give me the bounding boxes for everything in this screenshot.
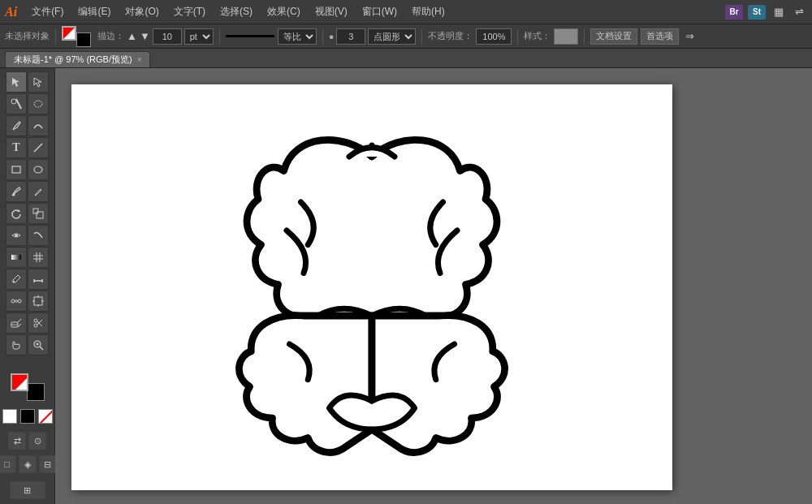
svg-line-3 [34, 144, 42, 152]
brain-illustration [226, 117, 518, 458]
swap-colors-icon[interactable]: ⇄ [8, 432, 26, 450]
separator-3 [322, 28, 323, 45]
stroke-options: 描边： ▲ ▼ pt [97, 28, 214, 45]
fill-color-swatch[interactable] [11, 373, 28, 391]
tab-close-button[interactable]: × [137, 55, 142, 64]
app-logo: Ai [5, 5, 17, 19]
eyedropper-tool[interactable] [6, 269, 27, 290]
warp-tool[interactable] [28, 225, 49, 246]
rect-tool[interactable] [6, 159, 27, 180]
style-swatch[interactable] [554, 28, 578, 45]
tab-bar: 未标题-1* @ 97% (RGB/预览) × [0, 49, 812, 68]
mesh-tool[interactable] [28, 247, 49, 268]
line-preview [226, 35, 274, 37]
canvas-area [55, 68, 812, 504]
hand-tool[interactable] [6, 334, 27, 355]
bridge-icon[interactable]: Br [725, 5, 743, 19]
white-swatch[interactable] [2, 409, 17, 424]
gradient-tool[interactable] [6, 247, 27, 268]
line-tool[interactable] [28, 137, 49, 158]
width-tool[interactable] [6, 225, 27, 246]
toolbox-bottom-icons: ⇄ ⊙ [8, 432, 46, 450]
svg-point-31 [34, 319, 37, 322]
stroke-color-swatch[interactable] [27, 383, 45, 401]
pen-tool[interactable] [6, 115, 27, 136]
menu-edit[interactable]: 编辑(E) [71, 3, 117, 20]
tool-row-3 [6, 115, 49, 136]
scissors-tool[interactable] [28, 312, 49, 334]
line-style: 等比 [226, 28, 317, 45]
menu-select[interactable]: 选择(S) [214, 3, 259, 20]
separator-1 [55, 28, 56, 45]
dot-count-input[interactable] [336, 28, 365, 45]
ratio-select[interactable]: 等比 [278, 28, 317, 45]
tool-row-2 [6, 93, 49, 114]
toolbar-arrow-icon[interactable]: ⇒ [685, 30, 694, 42]
blend-tool[interactable] [6, 291, 27, 312]
reset-colors-icon[interactable]: ⊙ [28, 432, 46, 450]
menu-object[interactable]: 对象(O) [119, 3, 165, 20]
black-swatch[interactable] [20, 409, 35, 424]
pattern-mode-icon[interactable]: ⊟ [39, 455, 57, 473]
extra-color-row [2, 409, 53, 424]
dot-options: ● 点圆形 [329, 28, 417, 45]
menu-help[interactable]: 帮助(H) [405, 3, 451, 20]
tool-row-8 [6, 225, 49, 246]
zoom-tool[interactable] [28, 334, 49, 355]
none-swatch[interactable] [38, 409, 53, 424]
rotate-tool[interactable] [6, 203, 27, 224]
scale-tool[interactable] [28, 203, 49, 224]
color-swatch-area[interactable] [9, 372, 46, 403]
text-tool[interactable]: T [6, 137, 27, 158]
menu-window[interactable]: 窗口(W) [356, 3, 404, 20]
curvature-tool[interactable] [28, 115, 49, 136]
stroke-up-icon[interactable]: ▲ [127, 30, 137, 42]
tool-row-11 [6, 291, 49, 312]
svg-point-15 [13, 281, 15, 282]
svg-point-5 [34, 166, 42, 173]
svg-point-9 [15, 234, 18, 237]
menu-text[interactable]: 文字(T) [167, 3, 212, 20]
tool-row-5 [6, 159, 49, 180]
direct-select-tool[interactable] [28, 71, 49, 93]
menu-view[interactable]: 视图(V) [309, 3, 354, 20]
pencil-tool[interactable] [28, 181, 49, 202]
artboard-tool[interactable] [28, 291, 49, 312]
color-mode-icon[interactable]: □ [0, 455, 16, 473]
toolbar: 未选择对象 描边： ▲ ▼ pt 等比 ● 点圆形 不透明度： 样式： [0, 24, 812, 49]
ellipse-tool[interactable] [28, 159, 49, 180]
eraser-tool[interactable] [6, 312, 27, 334]
opacity-input[interactable] [476, 28, 512, 45]
dot-shape-select[interactable]: 点圆形 [368, 28, 416, 45]
screen-mode-icon[interactable]: ⊞ [10, 481, 45, 499]
stroke-unit-select[interactable]: pt [184, 28, 214, 45]
preferences-button[interactable]: 首选项 [641, 28, 679, 45]
gradient-mode-icon[interactable]: ◈ [19, 455, 37, 473]
sync-icon[interactable]: ⇌ [792, 4, 807, 19]
stroke-down-icon[interactable]: ▼ [140, 30, 150, 42]
svg-rect-7 [33, 209, 38, 213]
svg-rect-8 [37, 212, 43, 218]
separator-6 [584, 28, 585, 45]
doc-settings-button[interactable]: 文档设置 [590, 28, 637, 45]
paintbrush-tool[interactable] [6, 181, 27, 202]
measure-tool[interactable] [28, 269, 49, 290]
main-layout: T [0, 68, 812, 504]
svg-point-19 [11, 299, 15, 303]
menu-effect[interactable]: 效果(C) [261, 3, 307, 20]
stroke-size-input[interactable] [153, 28, 182, 45]
grid-icon[interactable]: ▦ [771, 4, 787, 19]
stroke-label: 描边： [97, 30, 124, 42]
lasso-tool[interactable] [28, 93, 49, 114]
menu-right-icons: Br St ▦ ⇌ [725, 4, 807, 19]
document-tab[interactable]: 未标题-1* @ 97% (RGB/预览) × [5, 51, 150, 67]
svg-point-1 [11, 99, 16, 104]
magic-wand-tool[interactable] [6, 93, 27, 114]
stroke-color-indicator[interactable] [62, 26, 91, 47]
stock-icon[interactable]: St [748, 5, 766, 19]
svg-point-2 [34, 101, 42, 107]
select-tool[interactable] [6, 71, 27, 93]
separator-2 [219, 28, 220, 45]
menu-file[interactable]: 文件(F) [25, 3, 70, 20]
menu-bar: Ai 文件(F) 编辑(E) 对象(O) 文字(T) 选择(S) 效果(C) 视… [0, 0, 812, 24]
